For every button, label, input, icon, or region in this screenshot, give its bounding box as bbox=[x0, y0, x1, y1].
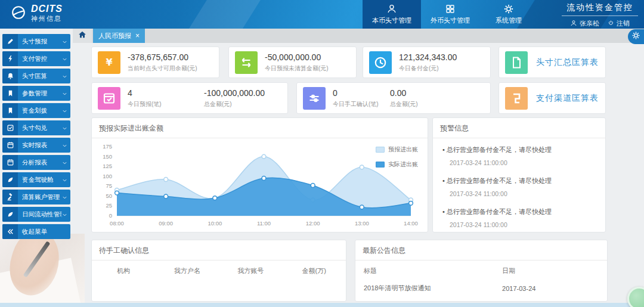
sidebar-item-label: 分析报表 bbox=[18, 159, 62, 167]
column-header: 日期 bbox=[494, 261, 607, 279]
column-header: 金额(万) bbox=[283, 261, 346, 279]
nav-item-2[interactable]: 系统管理 bbox=[479, 0, 538, 29]
chevron-down-icon bbox=[62, 36, 67, 47]
sidebar-item-3[interactable]: 参数管理 bbox=[2, 86, 70, 101]
sidebar-item-label: 参数管理 bbox=[18, 89, 62, 98]
logout-button[interactable]: 注销 bbox=[608, 19, 630, 28]
user-menu[interactable]: 张亲松 bbox=[570, 19, 599, 28]
home-button[interactable] bbox=[73, 29, 92, 43]
card-unsettled: -50,000,000.00 今日预报未清算金额(元) bbox=[228, 46, 357, 78]
tab-label: 人民币预报 bbox=[98, 32, 131, 41]
legend-item-0[interactable]: 预报进出账 bbox=[376, 145, 418, 154]
document-icon bbox=[505, 51, 528, 74]
chevron-down-icon bbox=[62, 91, 67, 97]
dcits-swirl-icon bbox=[11, 5, 26, 20]
data-point bbox=[115, 191, 119, 195]
y-tick-label: 0 bbox=[109, 212, 112, 219]
chevron-down-icon bbox=[62, 106, 67, 116]
summary-report-link[interactable]: 头寸汇总匡算表 bbox=[499, 46, 606, 78]
summary-report-label: 头寸汇总匡算表 bbox=[536, 57, 599, 68]
y-tick-label: 175 bbox=[103, 143, 112, 150]
notice-panel: 最新公告信息 标题日期 2018年清明节放假通知2017-03-24 bbox=[355, 240, 608, 302]
channel-report-label: 支付渠道匡算表 bbox=[536, 93, 599, 104]
table-row[interactable]: 2018年清明节放假通知2017-03-24 bbox=[355, 279, 607, 297]
chevron-down-icon bbox=[62, 212, 67, 218]
logo-subtitle: 神州信息 bbox=[31, 14, 63, 23]
top-header: DCITS 神州信息 本币头寸管理外币头寸管理系统管理 流动性资金管控 张亲松 … bbox=[0, 0, 644, 29]
chevron-down-icon bbox=[62, 143, 67, 148]
y-tick-label: 125 bbox=[103, 163, 112, 169]
document-icon bbox=[509, 55, 524, 70]
nav-item-0[interactable]: 本币头寸管理 bbox=[363, 0, 421, 29]
person-icon bbox=[386, 4, 397, 14]
alert-item-0: 总行营业部备付金不足，请尽快处理2017-03-24 11:00:00 bbox=[442, 145, 597, 166]
sidebar-icon-box bbox=[2, 103, 18, 118]
alert-item-1: 总行营业部备付金不足，请尽快处理2017-03-24 11:00:00 bbox=[442, 176, 597, 197]
chevron-down-icon bbox=[62, 71, 67, 82]
clock-icon bbox=[373, 55, 388, 70]
settings-gear-button[interactable] bbox=[628, 29, 644, 44]
sidebar-item-10[interactable]: 日间流动性管理 bbox=[2, 207, 70, 222]
column-header: 我方户名 bbox=[156, 261, 219, 279]
data-point bbox=[409, 201, 413, 205]
chevron-down-icon bbox=[62, 160, 67, 166]
forecast-amount: -100,000,000.00 bbox=[204, 88, 265, 98]
alert-panel-title: 预警信息 bbox=[433, 118, 605, 138]
sidebar-icon-box bbox=[2, 69, 18, 83]
notice-panel-title: 最新公告信息 bbox=[355, 240, 607, 261]
gear-icon bbox=[631, 31, 640, 42]
power-icon bbox=[608, 20, 614, 27]
forecast-count: 4 bbox=[128, 88, 198, 98]
y-tick-label: 150 bbox=[103, 153, 112, 160]
confirm-amount-label: 总金额(元) bbox=[390, 100, 418, 108]
user-icon bbox=[570, 20, 577, 28]
nav-item-1[interactable]: 外币头寸管理 bbox=[421, 0, 479, 29]
reserve-value: 121,324,343.00 bbox=[399, 52, 457, 62]
sidebar-item-7[interactable]: 分析报表 bbox=[2, 155, 70, 170]
data-point bbox=[213, 196, 217, 200]
card-manual-confirm: 0 今日手工确认(笔) 0.00 总金额(元) bbox=[296, 82, 491, 114]
y-tick-label: 50 bbox=[106, 193, 112, 199]
exchange-icon bbox=[235, 51, 258, 74]
forecast-amount-label: 总金额(元) bbox=[204, 100, 265, 108]
balance-label: 当前时点头寸可用余额(元) bbox=[128, 64, 197, 73]
data-point bbox=[262, 176, 266, 181]
sidebar-item-9[interactable]: 清算账户管理 bbox=[2, 190, 70, 204]
legend-swatch bbox=[376, 147, 385, 153]
data-point bbox=[164, 194, 168, 199]
sidebar-item-2[interactable]: 头寸匡算 bbox=[2, 69, 70, 83]
chevron-down-icon bbox=[62, 108, 67, 114]
chart-svg: 025507510012515017508:0009:0010:0011:001… bbox=[97, 141, 424, 231]
chevron-down-icon bbox=[62, 57, 67, 62]
x-tick-label: 10:00 bbox=[208, 220, 222, 227]
logout-label: 注销 bbox=[617, 19, 630, 28]
sidebar-item-0[interactable]: 头寸预报 bbox=[2, 34, 70, 49]
alert-time: 2017-03-24 11:00:00 bbox=[442, 190, 597, 197]
system-title: 流动性资金管控 bbox=[562, 2, 638, 16]
bookmark-icon bbox=[7, 107, 14, 114]
person-icon bbox=[570, 20, 577, 27]
gavel-icon bbox=[7, 193, 14, 201]
sidebar-item-collapse[interactable]: 收起菜单 bbox=[2, 224, 70, 239]
pencil-icon bbox=[7, 38, 14, 45]
sidebar-item-1[interactable]: 支付管控 bbox=[2, 51, 70, 66]
chevron-down-icon bbox=[62, 123, 67, 134]
channel-report-link[interactable]: 支付渠道匡算表 bbox=[499, 82, 606, 114]
sidebar-item-6[interactable]: 实时报表 bbox=[2, 138, 70, 153]
unsettled-label: 今日预报未清算金额(元) bbox=[265, 64, 329, 73]
sidebar-item-8[interactable]: 资金驾驶舱 bbox=[2, 172, 70, 187]
floating-badge-button[interactable] bbox=[627, 287, 644, 307]
sidebar-item-5[interactable]: 头寸勾兑 bbox=[2, 120, 70, 135]
sidebar-icon-box bbox=[2, 190, 18, 204]
sidebar-item-label: 资金驾驶舱 bbox=[18, 176, 62, 184]
nav-item-label: 本币头寸管理 bbox=[372, 16, 411, 25]
chevron-down-icon bbox=[62, 54, 67, 64]
lightning-icon bbox=[7, 55, 14, 63]
legend-item-1[interactable]: 实际进出账 bbox=[376, 160, 418, 169]
tab-close-icon[interactable]: × bbox=[135, 32, 140, 39]
tab-rmb-forecast[interactable]: 人民币预报 × bbox=[93, 29, 145, 43]
sidebar-icon-box bbox=[2, 224, 18, 239]
data-point bbox=[360, 205, 364, 209]
svg-text:¥: ¥ bbox=[106, 57, 112, 68]
sidebar-item-4[interactable]: 资金划拨 bbox=[2, 103, 70, 118]
